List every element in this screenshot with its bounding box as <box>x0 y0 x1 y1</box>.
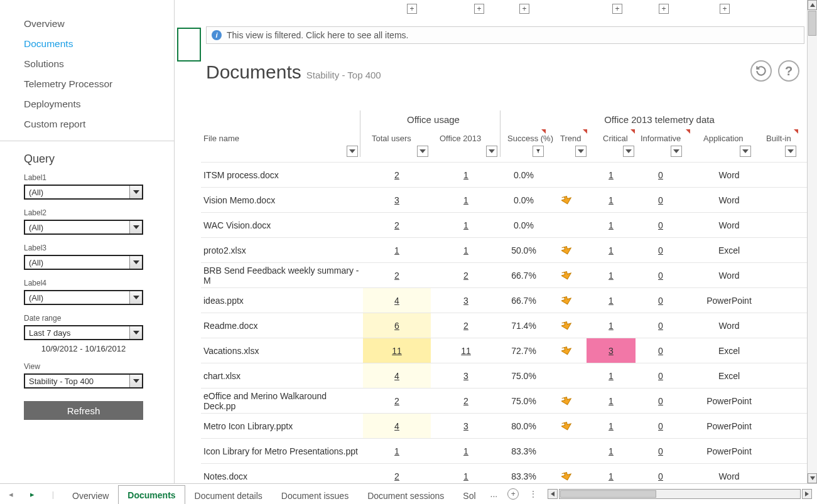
table-row[interactable]: Vision Memo.docx310.0%10Word <box>201 187 811 212</box>
filter-builtin[interactable] <box>785 146 796 157</box>
query-select-daterange[interactable]: Last 7 days <box>24 325 143 340</box>
query-select-view[interactable]: Stability - Top 400 <box>24 373 143 389</box>
filter-success-active[interactable] <box>533 146 544 157</box>
query-select-label3[interactable]: (All) <box>24 255 143 270</box>
cell-office2013[interactable]: 1 <box>432 238 500 263</box>
horizontal-scrollbar[interactable] <box>543 484 817 504</box>
filter-application[interactable] <box>740 146 751 157</box>
sheet-first[interactable]: ◂ <box>6 490 16 499</box>
filter-office2013[interactable] <box>486 146 497 157</box>
cell-critical[interactable]: 1 <box>587 439 636 464</box>
table-row[interactable]: Vacations.xlsx111172.7%30Excel <box>201 338 811 363</box>
sheet-tab-documents[interactable]: Documents <box>118 485 185 504</box>
nav-item-deployments[interactable]: Deployments <box>24 94 174 114</box>
cell-totalusers[interactable]: 6 <box>363 313 431 338</box>
hscroll-thumb[interactable] <box>560 490 656 498</box>
col-filename[interactable]: File name <box>203 124 239 152</box>
cell-totalusers[interactable]: 2 <box>363 163 431 188</box>
filter-filename[interactable] <box>347 146 358 157</box>
cell-totalusers[interactable]: 4 <box>363 414 431 439</box>
cell-critical[interactable]: 1 <box>587 313 636 338</box>
cell-informative[interactable]: 0 <box>637 338 684 363</box>
sheet-add[interactable]: + <box>502 484 524 504</box>
cell-office2013[interactable]: 3 <box>432 363 500 389</box>
table-row[interactable]: Icon Library for Metro Presentations.ppt… <box>201 438 811 463</box>
table-row[interactable]: Readme.docx6271.4%10Word <box>201 313 811 338</box>
cell-critical[interactable]: 1 <box>587 188 636 213</box>
filter-informative[interactable] <box>671 146 682 157</box>
cell-totalusers[interactable]: 1 <box>363 439 431 464</box>
cell-office2013[interactable]: 2 <box>432 313 500 338</box>
cell-office2013[interactable]: 1 <box>432 439 500 464</box>
sheet-prev[interactable]: ▸ <box>28 490 37 499</box>
col-success[interactable]: Success (%) <box>507 124 553 152</box>
table-row[interactable]: chart.xlsx4375.0%10Excel <box>201 363 811 388</box>
help-icon[interactable]: ? <box>778 60 799 82</box>
cell-informative[interactable]: 0 <box>637 288 684 313</box>
nav-item-solutions[interactable]: Solutions <box>24 54 174 74</box>
cell-informative[interactable]: 0 <box>637 163 684 188</box>
sheet-tab-document-issues[interactable]: Document issues <box>272 486 358 504</box>
hscroll-track[interactable] <box>559 489 801 499</box>
cell-critical[interactable]: 1 <box>587 363 636 389</box>
cell-critical[interactable]: 1 <box>587 288 636 313</box>
cell-totalusers[interactable]: 4 <box>363 363 431 389</box>
cell-totalusers[interactable]: 2 <box>363 213 431 238</box>
filter-critical[interactable] <box>623 146 634 157</box>
nav-item-overview[interactable]: Overview <box>24 14 174 34</box>
scroll-up-button[interactable] <box>808 0 817 10</box>
query-select-label2[interactable]: (All) <box>24 220 143 235</box>
cell-informative[interactable]: 0 <box>637 389 684 414</box>
cell-office2013[interactable]: 3 <box>432 414 500 439</box>
cell-informative[interactable]: 0 <box>637 414 684 439</box>
filter-trend[interactable] <box>575 146 587 157</box>
nav-item-custom-report[interactable]: Custom report <box>24 114 174 134</box>
cell-informative[interactable]: 0 <box>637 238 684 263</box>
scroll-down-button[interactable] <box>808 473 817 483</box>
cell-critical[interactable]: 1 <box>587 238 636 263</box>
cell-critical[interactable]: 1 <box>587 163 636 188</box>
query-select-label4[interactable]: (All) <box>24 290 143 305</box>
col-totalusers[interactable]: Total users <box>372 124 411 152</box>
table-row[interactable]: Metro Icon Library.pptx4380.0%10PowerPoi… <box>201 413 811 438</box>
refresh-button[interactable]: Refresh <box>24 401 143 420</box>
nav-item-telemetry-processor[interactable]: Telemetry Processor <box>24 74 174 94</box>
scroll-right-button[interactable] <box>802 489 812 499</box>
filter-totalusers[interactable] <box>417 146 428 157</box>
table-row[interactable]: WAC Vision.docx210.0%10Word <box>201 212 811 237</box>
cell-office2013[interactable]: 3 <box>432 288 500 313</box>
cell-informative[interactable]: 0 <box>637 213 684 238</box>
cell-critical[interactable]: 1 <box>587 389 636 414</box>
filter-banner[interactable]: i This view is filtered. Click here to s… <box>206 26 804 44</box>
cell-office2013[interactable]: 11 <box>432 338 500 363</box>
cell-office2013[interactable]: 1 <box>432 188 500 213</box>
sheet-tab-document-details[interactable]: Document details <box>185 486 272 504</box>
table-row[interactable]: ITSM process.docx210.0%10Word <box>201 162 811 187</box>
cell-office2013[interactable]: 2 <box>432 389 500 414</box>
cell-totalusers[interactable]: 2 <box>363 263 431 288</box>
vertical-scrollbar[interactable] <box>807 0 817 483</box>
cell-office2013[interactable]: 2 <box>432 263 500 288</box>
cell-critical[interactable]: 1 <box>587 263 636 288</box>
sheet-overflow[interactable]: ... <box>485 484 503 504</box>
sheet-tab-document-sessions[interactable]: Document sessions <box>358 486 453 504</box>
cell-totalusers[interactable]: 3 <box>363 188 431 213</box>
cell-totalusers[interactable]: 2 <box>363 389 431 414</box>
cell-informative[interactable]: 0 <box>637 439 684 464</box>
table-row[interactable]: eOffice and Merino Walkaround Deck.pp227… <box>201 388 811 413</box>
cell-totalusers[interactable]: 1 <box>363 238 431 263</box>
refresh-icon[interactable] <box>750 60 772 82</box>
cell-informative[interactable]: 0 <box>637 363 684 389</box>
sheet-tab-sol[interactable]: Sol <box>453 486 485 504</box>
cell-critical[interactable]: 3 <box>587 338 636 363</box>
sheet-tab-overview[interactable]: Overview <box>63 486 118 504</box>
sheet-drag-handle[interactable]: ⋮ <box>524 484 543 504</box>
query-select-label1[interactable]: (All) <box>24 185 143 200</box>
cell-informative[interactable]: 0 <box>637 188 684 213</box>
cell-office2013[interactable]: 1 <box>432 213 500 238</box>
table-row[interactable]: proto2.xlsx1150.0%10Excel <box>201 237 811 262</box>
table-row[interactable]: BRB Send Feedback weekly summary - M2266… <box>201 262 811 287</box>
cell-office2013[interactable]: 1 <box>432 163 500 188</box>
cell-totalusers[interactable]: 4 <box>363 288 431 313</box>
nav-item-documents[interactable]: Documents <box>24 34 174 54</box>
